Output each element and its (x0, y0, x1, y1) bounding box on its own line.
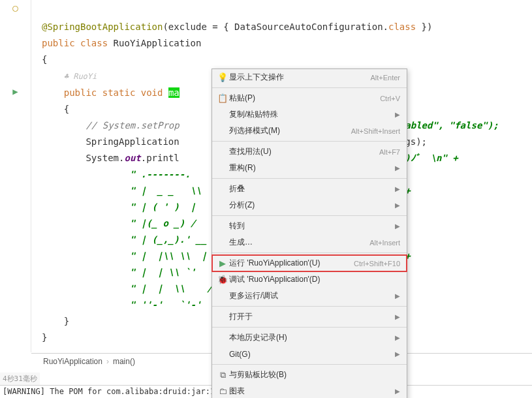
caret-highlight: ma (168, 87, 180, 98)
chevron-right-icon: ▶ (395, 388, 400, 395)
menu-separator (212, 306, 407, 307)
menu-diagram[interactable]: 🗀 图表 ▶ (212, 383, 407, 398)
gutter: ◯ ▶ (0, 0, 31, 352)
menu-paste[interactable]: 📋 粘贴(P) Ctrl+V (212, 90, 407, 106)
chevron-right-icon: ▶ (395, 313, 400, 320)
chevron-right-icon: ▶ (395, 164, 400, 172)
author-hint: ♣ RuoYi (64, 72, 97, 81)
menu-separator (212, 253, 407, 253)
menu-analyze[interactable]: 分析(Z) ▶ (212, 197, 407, 213)
chevron-right-icon: ▶ (395, 111, 400, 118)
menu-local-history[interactable]: 本地历史记录(H) ▶ (212, 329, 407, 346)
menu-separator (212, 364, 407, 365)
clipboard-icon: 📋 (216, 93, 229, 103)
build-time-badge: 4秒31毫秒 (0, 373, 40, 385)
menu-show-context[interactable]: 💡 显示上下文操作 Alt+Enter (212, 69, 407, 85)
menu-separator (212, 141, 407, 142)
diagram-icon: 🗀 (216, 386, 229, 396)
menu-git[interactable]: Git(G) ▶ (212, 346, 407, 362)
bulb-icon: 💡 (216, 72, 229, 82)
menu-debug[interactable]: 🐞 调试 'RuoYiApplication'(D) (212, 271, 407, 288)
run-icon: ▶ (216, 258, 229, 268)
menu-paste-special[interactable]: 复制/粘贴特殊 ▶ (212, 106, 407, 123)
bug-icon: 🐞 (216, 275, 229, 284)
menu-generate[interactable]: 生成… Alt+Insert (212, 234, 407, 251)
menu-find-usage[interactable]: 查找用法(U) Alt+F7 (212, 144, 407, 160)
annotation: @SpringBootApplication (42, 22, 163, 32)
compare-icon: ⧉ (216, 370, 229, 380)
menu-column-mode[interactable]: 列选择模式(M) Alt+Shift+Insert (212, 123, 407, 139)
menu-separator (212, 178, 407, 179)
context-menu: 💡 显示上下文操作 Alt+Enter 📋 粘贴(P) Ctrl+V 复制/粘贴… (211, 69, 407, 398)
menu-more-run[interactable]: 更多运行/调试 ▶ (212, 288, 407, 304)
menu-run[interactable]: ▶ 运行 'RuoYiApplication'(U) Ctrl+Shift+F1… (212, 255, 407, 271)
menu-fold[interactable]: 折叠 ▶ (212, 181, 407, 197)
chevron-right-icon: ▶ (395, 334, 400, 341)
override-icon[interactable]: ◯ (10, 3, 21, 13)
chevron-right-icon: ▶ (395, 350, 400, 358)
chevron-right-icon: ▶ (395, 202, 400, 209)
chevron-right-icon: ▶ (395, 222, 400, 230)
chevron-right-icon: › (106, 357, 109, 366)
menu-goto[interactable]: 转到 ▶ (212, 218, 407, 234)
run-gutter-icon[interactable]: ▶ (10, 86, 21, 97)
menu-separator (212, 87, 407, 88)
breadcrumb-method[interactable]: main() (113, 357, 135, 366)
breadcrumb-class[interactable]: RuoYiApplication (43, 357, 102, 366)
chevron-right-icon: ▶ (395, 185, 400, 192)
chevron-right-icon: ▶ (395, 292, 400, 299)
menu-separator (212, 215, 407, 216)
menu-separator (212, 327, 407, 328)
menu-open-in[interactable]: 打开于 ▶ (212, 309, 407, 325)
menu-refactor[interactable]: 重构(R) ▶ (212, 160, 407, 176)
menu-compare-clipboard[interactable]: ⧉ 与剪贴板比较(B) (212, 367, 407, 383)
